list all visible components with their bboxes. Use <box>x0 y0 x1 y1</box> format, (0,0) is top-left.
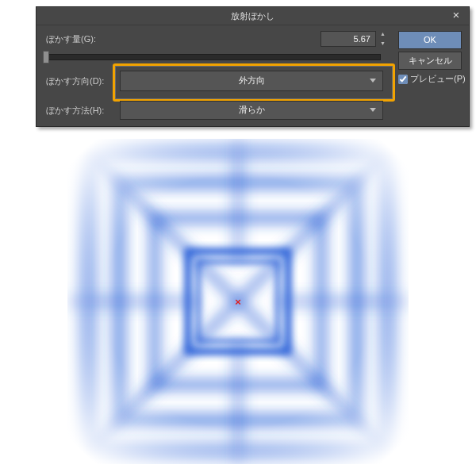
direction-label: ぼかす方向(D): <box>46 75 104 87</box>
ok-button[interactable]: OK <box>398 31 462 49</box>
preview-checkbox[interactable] <box>398 75 408 84</box>
amount-slider[interactable] <box>46 54 381 60</box>
amount-slider-thumb[interactable] <box>43 51 49 63</box>
radial-blur-dialog: 放射ぼかし × ぼかす量(G): ▲ ▼ ぼかす方向(D): 外方向 ぼかす方法… <box>36 6 470 127</box>
method-select[interactable]: 滑らか <box>120 101 383 120</box>
method-select-value: 滑らか <box>239 105 265 114</box>
cancel-button[interactable]: キャンセル <box>398 52 462 70</box>
dialog-body: ぼかす量(G): ▲ ▼ ぼかす方向(D): 外方向 ぼかす方法(H): 滑らか… <box>36 25 469 127</box>
direction-select[interactable]: 外方向 <box>120 71 383 91</box>
preview-label: プレビュー(P) <box>410 73 466 85</box>
close-icon[interactable]: × <box>447 7 465 25</box>
preview-checkbox-wrap[interactable]: プレビュー(P) <box>398 73 466 85</box>
dialog-title: 放射ぼかし <box>231 11 274 21</box>
amount-label: ぼかす量(G): <box>46 33 96 45</box>
amount-input[interactable] <box>321 31 376 47</box>
direction-select-value: 外方向 <box>239 75 265 85</box>
stepper-up-icon[interactable]: ▲ <box>378 31 388 37</box>
amount-stepper[interactable]: ▲ ▼ <box>378 31 388 47</box>
center-marker-icon: × <box>235 296 241 308</box>
method-label: ぼかす方法(H): <box>46 105 104 117</box>
stepper-down-icon[interactable]: ▼ <box>378 40 388 47</box>
effect-preview: × <box>67 139 409 464</box>
dialog-titlebar[interactable]: 放射ぼかし × <box>36 7 469 25</box>
